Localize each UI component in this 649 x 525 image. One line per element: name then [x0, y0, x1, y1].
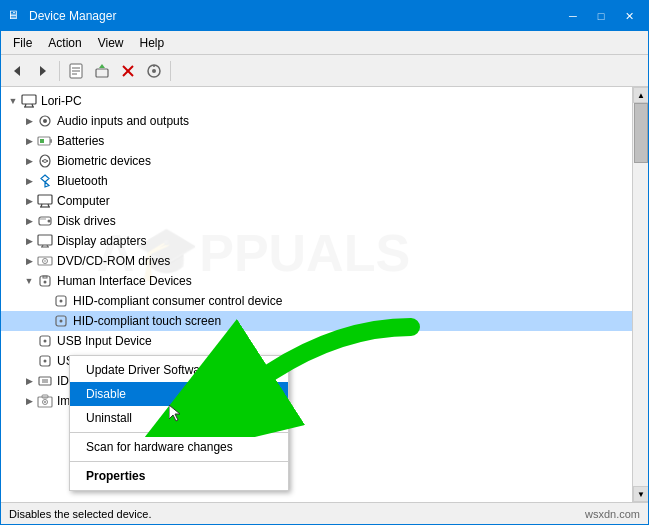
ctx-update-driver[interactable]: Update Driver Software... — [70, 358, 288, 382]
root-label: Lori-PC — [41, 94, 82, 108]
toolbar — [1, 55, 648, 87]
device-manager-window: 🖥 Device Manager ─ □ ✕ File Action View … — [0, 0, 649, 525]
hid-label: Human Interface Devices — [57, 274, 192, 288]
status-brand: wsxdn.com — [585, 508, 640, 520]
svg-point-28 — [48, 220, 51, 223]
toggle-hid[interactable]: ▼ — [21, 273, 37, 289]
status-bar: Disables the selected device. wsxdn.com — [1, 502, 648, 524]
scroll-thumb[interactable] — [634, 103, 648, 163]
tree-item-disk[interactable]: ▶ Disk drives — [1, 211, 632, 231]
svg-point-18 — [43, 119, 47, 123]
hid-touch-icon — [53, 313, 69, 329]
svg-rect-13 — [22, 95, 36, 104]
ctx-separator-1 — [70, 432, 288, 433]
tree-item-hid-consumer[interactable]: ▶ HID-compliant consumer control device — [1, 291, 632, 311]
tree-item-biometric[interactable]: ▶ Biometric devices — [1, 151, 632, 171]
hid-touch-label: HID-compliant touch screen — [73, 314, 221, 328]
svg-point-43 — [60, 320, 63, 323]
tree-item-batteries[interactable]: ▶ Batteries — [1, 131, 632, 151]
tree-item-hid[interactable]: ▼ Human Interface Devices — [1, 271, 632, 291]
bluetooth-icon — [37, 173, 53, 189]
biometric-label: Biometric devices — [57, 154, 151, 168]
scroll-up-button[interactable]: ▲ — [633, 87, 648, 103]
ctx-disable[interactable]: Disable — [70, 382, 288, 406]
svg-rect-38 — [43, 276, 47, 278]
title-bar-left: 🖥 Device Manager — [7, 8, 116, 24]
uninstall-button[interactable] — [116, 59, 140, 83]
menu-view[interactable]: View — [90, 34, 132, 52]
computer-label: Computer — [57, 194, 110, 208]
dvd-icon — [37, 253, 53, 269]
tree-item-bluetooth[interactable]: ▶ Bluetooth — [1, 171, 632, 191]
main-area: A🎓PPUALS ▼ Lori-PC ▶ — [1, 87, 648, 502]
ctx-scan[interactable]: Scan for hardware changes — [70, 435, 288, 459]
update-driver-button[interactable] — [90, 59, 114, 83]
toggle-computer[interactable]: ▶ — [21, 193, 37, 209]
toggle-ide[interactable]: ▶ — [21, 373, 37, 389]
scrollbar-right[interactable]: ▲ ▼ — [632, 87, 648, 502]
dvd-label: DVD/CD-ROM drives — [57, 254, 170, 268]
ctx-separator-2 — [70, 461, 288, 462]
svg-rect-21 — [40, 139, 44, 143]
toggle-bluetooth[interactable]: ▶ — [21, 173, 37, 189]
minimize-button[interactable]: ─ — [560, 6, 586, 26]
biometric-icon — [37, 153, 53, 169]
toolbar-separator-1 — [59, 61, 60, 81]
back-button[interactable] — [5, 59, 29, 83]
tree-item-audio[interactable]: ▶ Audio inputs and outputs — [1, 111, 632, 131]
svg-rect-30 — [38, 235, 52, 245]
scroll-track[interactable] — [633, 103, 648, 486]
audio-icon — [37, 113, 53, 129]
computer-icon2 — [37, 193, 53, 209]
tree-item-hid-touch[interactable]: ▶ HID-compliant touch screen — [1, 311, 632, 331]
tree-item-usb1[interactable]: ▶ USB Input Device — [1, 331, 632, 351]
ctx-properties[interactable]: Properties — [70, 464, 288, 488]
toggle-disk[interactable]: ▶ — [21, 213, 37, 229]
tree-view[interactable]: A🎓PPUALS ▼ Lori-PC ▶ — [1, 87, 632, 502]
tree-root[interactable]: ▼ Lori-PC — [1, 91, 632, 111]
tree-item-computer[interactable]: ▶ Computer — [1, 191, 632, 211]
ctx-uninstall[interactable]: Uninstall — [70, 406, 288, 430]
toggle-root[interactable]: ▼ — [5, 93, 21, 109]
menu-help[interactable]: Help — [132, 34, 173, 52]
svg-point-54 — [44, 401, 46, 403]
close-button[interactable]: ✕ — [616, 6, 642, 26]
hid-consumer-label: HID-compliant consumer control device — [73, 294, 282, 308]
bluetooth-label: Bluetooth — [57, 174, 108, 188]
window-title: Device Manager — [29, 9, 116, 23]
toggle-dvd[interactable]: ▶ — [21, 253, 37, 269]
svg-rect-48 — [39, 377, 51, 385]
menu-file[interactable]: File — [5, 34, 40, 52]
maximize-button[interactable]: □ — [588, 6, 614, 26]
scroll-down-button[interactable]: ▼ — [633, 486, 648, 502]
svg-rect-20 — [50, 139, 52, 143]
hid-consumer-icon — [53, 293, 69, 309]
tree-item-display[interactable]: ▶ Display adapters — [1, 231, 632, 251]
toggle-biometric[interactable]: ▶ — [21, 153, 37, 169]
menu-bar: File Action View Help — [1, 31, 648, 55]
hid-icon — [37, 273, 53, 289]
properties-button[interactable] — [64, 59, 88, 83]
scan-button[interactable] — [142, 59, 166, 83]
svg-marker-1 — [40, 66, 46, 76]
toggle-imaging[interactable]: ▶ — [21, 393, 37, 409]
toggle-batteries[interactable]: ▶ — [21, 133, 37, 149]
menu-action[interactable]: Action — [40, 34, 89, 52]
toggle-display[interactable]: ▶ — [21, 233, 37, 249]
svg-point-41 — [60, 300, 63, 303]
svg-point-45 — [44, 340, 47, 343]
display-icon — [37, 233, 53, 249]
imaging-icon — [37, 393, 53, 409]
svg-marker-0 — [14, 66, 20, 76]
ide-icon — [37, 373, 53, 389]
batteries-icon — [37, 133, 53, 149]
toggle-audio[interactable]: ▶ — [21, 113, 37, 129]
svg-rect-23 — [38, 195, 52, 204]
svg-point-47 — [44, 360, 47, 363]
svg-point-36 — [44, 260, 46, 262]
disk-label: Disk drives — [57, 214, 116, 228]
title-controls: ─ □ ✕ — [560, 6, 642, 26]
forward-button[interactable] — [31, 59, 55, 83]
svg-rect-6 — [96, 69, 108, 77]
tree-item-dvd[interactable]: ▶ DVD/CD-ROM drives — [1, 251, 632, 271]
